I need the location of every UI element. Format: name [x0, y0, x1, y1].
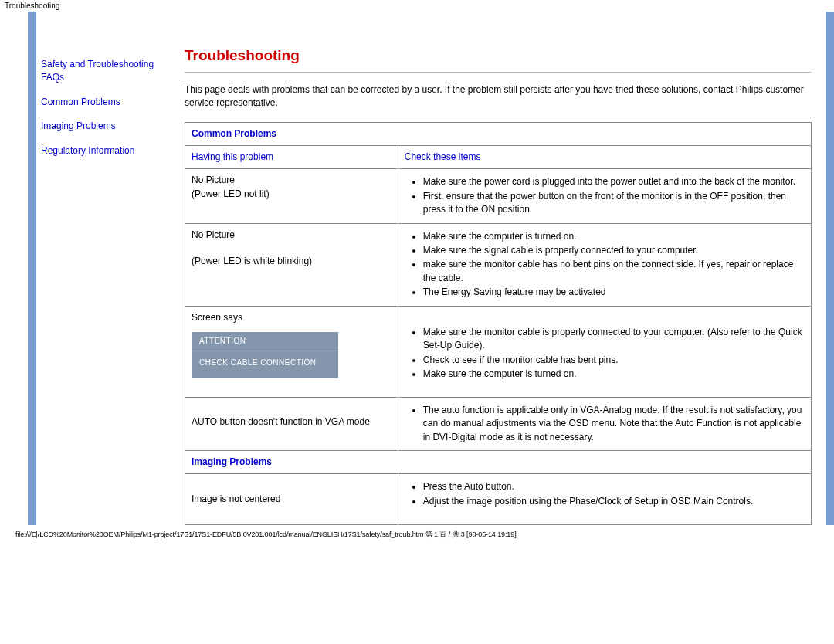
sidebar-link-safety[interactable]: Safety and Troubleshooting [41, 58, 163, 71]
check-item: The auto function is applicable only in … [423, 404, 805, 444]
check-item: Make sure the power cord is plugged into… [423, 175, 805, 188]
page-wrap: Safety and Troubleshooting FAQs Common P… [0, 12, 834, 525]
problem-text: No Picture [192, 229, 392, 242]
check-item: make sure the monitor cable has no bent … [423, 258, 805, 285]
table-row: No Picture (Power LED not lit) Make sure… [185, 169, 812, 223]
attention-title: ATTENTION [192, 332, 338, 352]
table-row: Screen says ATTENTION CHECK CABLE CONNEC… [185, 306, 812, 397]
check-list: Make sure the computer is turned on. Mak… [405, 230, 805, 300]
check-list: Press the Auto button. Adjust the image … [405, 480, 805, 508]
check-item: Make sure the monitor cable is properly … [423, 326, 805, 353]
sidebar-link-imaging[interactable]: Imaging Problems [41, 120, 163, 133]
check-list: Make sure the power cord is plugged into… [405, 175, 805, 216]
section-imaging-title: Imaging Problems [192, 456, 272, 467]
footer-path: file:///E|/LCD%20Monitor%20OEM/Philips/M… [0, 525, 834, 540]
section-common-title: Common Problems [192, 128, 276, 139]
check-item: Check to see if the monitor cable has be… [423, 354, 805, 367]
intro-text: This page deals with problems that can b… [185, 83, 812, 110]
check-item: Make sure the computer is turned on. [423, 368, 805, 381]
attention-box: ATTENTION CHECK CABLE CONNECTION [192, 332, 338, 378]
problem-text: AUTO button doesn't function in VGA mode [192, 415, 392, 429]
check-item: The Energy Saving feature may be activat… [423, 286, 805, 299]
check-item: Make sure the computer is turned on. [423, 230, 805, 243]
check-item: First, ensure that the power button on t… [423, 190, 805, 217]
sidebar-link-faqs[interactable]: FAQs [41, 71, 163, 84]
sidebar-link-common[interactable]: Common Problems [41, 96, 163, 109]
check-list: Make sure the monitor cable is properly … [405, 326, 805, 381]
troubleshooting-table: Common Problems Having this problem Chec… [185, 122, 812, 525]
sidebar-link-regulatory[interactable]: Regulatory Information [41, 144, 163, 158]
attention-body: CHECK CABLE CONNECTION [192, 351, 338, 378]
problem-text: Screen says [192, 311, 392, 324]
check-item: Make sure the signal cable is properly c… [423, 244, 805, 257]
page-title: Troubleshooting [185, 47, 812, 64]
check-item: Adjust the image position using the Phas… [423, 495, 805, 508]
table-row: AUTO button doesn't function in VGA mode… [185, 397, 812, 450]
check-item: Press the Auto button. [423, 480, 805, 493]
sidebar: Safety and Troubleshooting FAQs Common P… [36, 12, 169, 525]
col-problem-header: Having this problem [192, 151, 273, 162]
problem-text: (Power LED is white blinking) [192, 255, 392, 268]
table-row: Image is not centered Press the Auto but… [185, 474, 812, 524]
right-strip [826, 12, 834, 525]
problem-text: (Power LED not lit) [192, 188, 392, 201]
check-list: The auto function is applicable only in … [405, 404, 805, 444]
left-strip [28, 12, 36, 525]
problem-text: No Picture [192, 174, 392, 187]
divider [185, 72, 812, 73]
content: Troubleshooting This page deals with pro… [169, 12, 819, 525]
window-title: Troubleshooting [0, 0, 834, 12]
problem-text: Image is not centered [192, 493, 392, 506]
table-row: No Picture (Power LED is white blinking)… [185, 223, 812, 306]
col-check-header: Check these items [405, 151, 481, 162]
